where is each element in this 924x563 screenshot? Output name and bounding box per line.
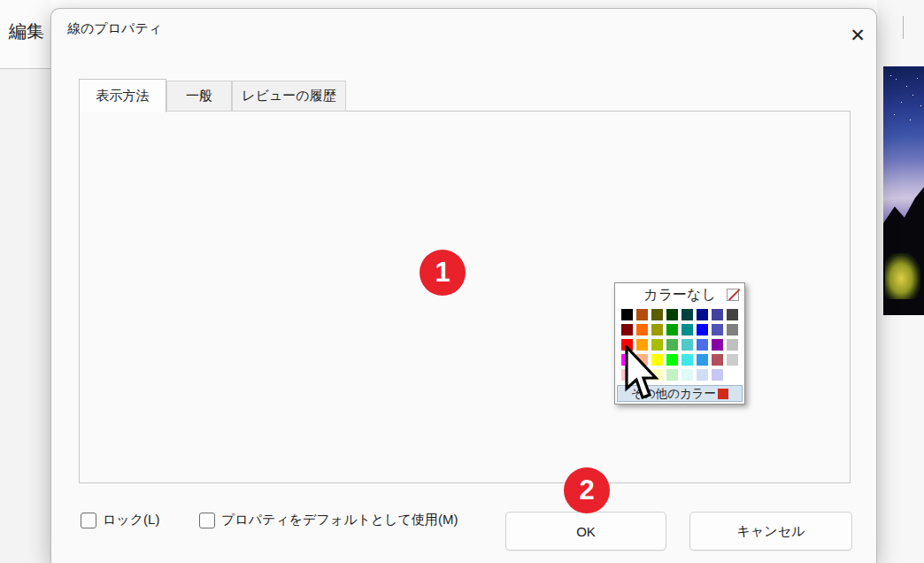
checkbox-box[interactable] bbox=[81, 513, 96, 528]
palette-swatch[interactable] bbox=[621, 324, 633, 335]
palette-swatch[interactable] bbox=[697, 369, 708, 381]
palette-swatch[interactable] bbox=[727, 369, 738, 381]
palette-swatch[interactable] bbox=[712, 339, 723, 351]
document-page-thumbnail bbox=[883, 66, 924, 315]
ok-button[interactable]: OK bbox=[505, 512, 666, 551]
tab-review-history[interactable]: レビューの履歴 bbox=[232, 81, 346, 112]
stars-decoration bbox=[890, 75, 891, 76]
no-color-label: カラーなし bbox=[643, 286, 716, 305]
dialog-title: 線のプロパティ bbox=[67, 20, 162, 37]
palette-swatch[interactable] bbox=[727, 354, 738, 366]
tab-general[interactable]: 一般 bbox=[166, 81, 232, 112]
palette-swatch[interactable] bbox=[681, 354, 693, 366]
other-colors-swatch bbox=[718, 389, 728, 399]
palette-swatch[interactable] bbox=[666, 369, 678, 381]
tab-display-method[interactable]: 表示方法 bbox=[79, 79, 166, 112]
palette-swatch[interactable] bbox=[636, 324, 648, 335]
palette-swatch[interactable] bbox=[636, 309, 648, 320]
palette-swatch[interactable] bbox=[712, 324, 723, 335]
mouse-cursor-icon bbox=[625, 345, 660, 402]
palette-swatch[interactable] bbox=[712, 309, 723, 320]
lock-checkbox[interactable]: ロック(L) bbox=[81, 512, 159, 528]
palette-swatch[interactable] bbox=[651, 324, 663, 335]
edit-menu-label[interactable]: 編集 bbox=[9, 19, 44, 43]
line-properties-dialog: 線のプロパティ ✕ 表示方法 一般 レビューの履歴 始点(R) : なし 終点(… bbox=[50, 8, 877, 563]
background-toolbar-separator bbox=[903, 16, 904, 39]
palette-swatch[interactable] bbox=[697, 309, 708, 320]
palette-swatch[interactable] bbox=[666, 324, 678, 335]
palette-swatch[interactable] bbox=[621, 309, 633, 320]
palette-swatch[interactable] bbox=[681, 369, 693, 381]
tab-label: 表示方法 bbox=[96, 88, 150, 104]
lock-checkbox-label: ロック(L) bbox=[103, 512, 159, 528]
annotation-step-1-badge: 1 bbox=[420, 250, 466, 296]
lit-tree bbox=[885, 253, 920, 299]
background-divider bbox=[0, 68, 50, 69]
palette-swatch[interactable] bbox=[727, 339, 738, 351]
palette-swatch[interactable] bbox=[666, 309, 678, 320]
palette-swatch[interactable] bbox=[712, 369, 723, 381]
tab-label: レビューの履歴 bbox=[242, 88, 335, 104]
no-color-option[interactable]: カラーなし bbox=[615, 283, 744, 306]
palette-swatch[interactable] bbox=[681, 324, 693, 335]
palette-swatch[interactable] bbox=[666, 354, 678, 366]
close-icon[interactable]: ✕ bbox=[839, 18, 876, 53]
palette-swatch[interactable] bbox=[681, 309, 693, 320]
use-as-default-checkbox[interactable]: プロパティをデフォルトとして使用(M) bbox=[199, 512, 458, 528]
no-color-icon bbox=[727, 289, 739, 301]
checkbox-box[interactable] bbox=[199, 513, 215, 528]
palette-swatch[interactable] bbox=[727, 309, 738, 320]
palette-swatch[interactable] bbox=[712, 354, 723, 366]
annotation-step-2-badge: 2 bbox=[564, 467, 610, 513]
palette-swatch[interactable] bbox=[697, 339, 708, 351]
palette-swatch[interactable] bbox=[697, 354, 708, 366]
palette-swatch[interactable] bbox=[681, 339, 693, 351]
use-as-default-checkbox-label: プロパティをデフォルトとして使用(M) bbox=[221, 512, 458, 528]
screen: 編集 線のプロパティ ✕ 表示方法 一般 レビューの履歴 始点(R) : なし … bbox=[0, 0, 924, 563]
cancel-button[interactable]: キャンセル bbox=[689, 512, 852, 551]
palette-swatch[interactable] bbox=[651, 309, 663, 320]
tab-label: 一般 bbox=[186, 88, 212, 104]
palette-swatch[interactable] bbox=[666, 339, 678, 351]
palette-swatch[interactable] bbox=[727, 324, 738, 335]
background-panel-left bbox=[0, 69, 50, 563]
palette-swatch[interactable] bbox=[697, 324, 708, 335]
